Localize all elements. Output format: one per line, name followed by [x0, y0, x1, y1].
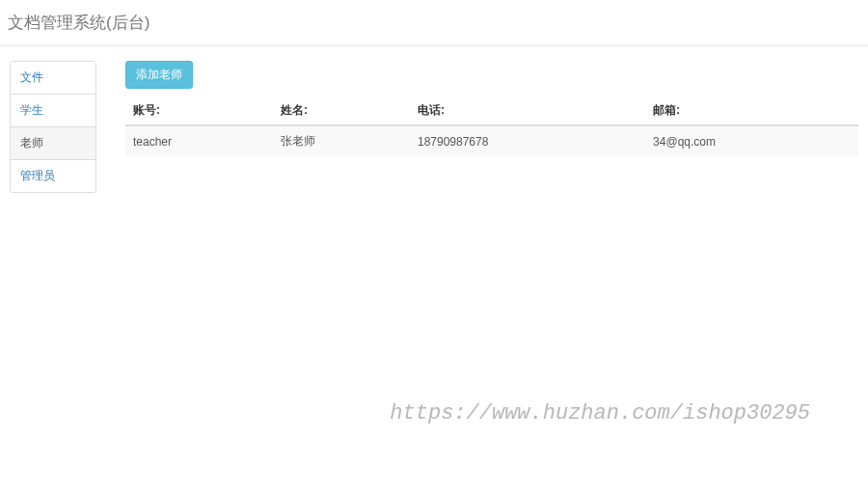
sidebar-item-label: 文件	[20, 70, 43, 84]
add-teacher-button[interactable]: 添加老师	[125, 61, 193, 89]
sidebar: 文件 学生 老师 管理员	[10, 61, 96, 193]
sidebar-item-label: 管理员	[20, 169, 55, 182]
table-header-name: 姓名:	[273, 96, 410, 125]
cell-email: 34@qq.com	[645, 125, 858, 156]
table-header-account: 账号:	[125, 96, 273, 125]
sidebar-item-students[interactable]: 学生	[11, 95, 95, 127]
cell-phone: 18790987678	[410, 125, 645, 156]
sidebar-item-teachers[interactable]: 老师	[11, 127, 95, 160]
sidebar-item-label: 学生	[20, 103, 43, 117]
main-content: 添加老师 账号: 姓名: 电话: 邮箱: teacher 张老师 1879098…	[125, 61, 858, 193]
sidebar-item-files[interactable]: 文件	[11, 62, 95, 95]
table-header-row: 账号: 姓名: 电话: 邮箱:	[125, 96, 858, 125]
table-row[interactable]: teacher 张老师 18790987678 34@qq.com	[125, 125, 858, 156]
cell-name: 张老师	[273, 125, 410, 156]
sidebar-nav: 文件 学生 老师 管理员	[10, 61, 96, 193]
sidebar-item-label: 老师	[20, 136, 43, 150]
container: 文件 学生 老师 管理员 添加老师 账号: 姓名: 电话: 邮箱:	[0, 46, 868, 207]
cell-account: teacher	[125, 125, 273, 156]
table-header-email: 邮箱:	[645, 96, 858, 125]
header: 文档管理系统(后台)	[0, 0, 868, 46]
teacher-table: 账号: 姓名: 电话: 邮箱: teacher 张老师 18790987678 …	[125, 96, 858, 156]
page-title: 文档管理系统(后台)	[8, 12, 860, 34]
sidebar-item-admins[interactable]: 管理员	[11, 160, 95, 192]
table-header-phone: 电话:	[410, 96, 645, 125]
